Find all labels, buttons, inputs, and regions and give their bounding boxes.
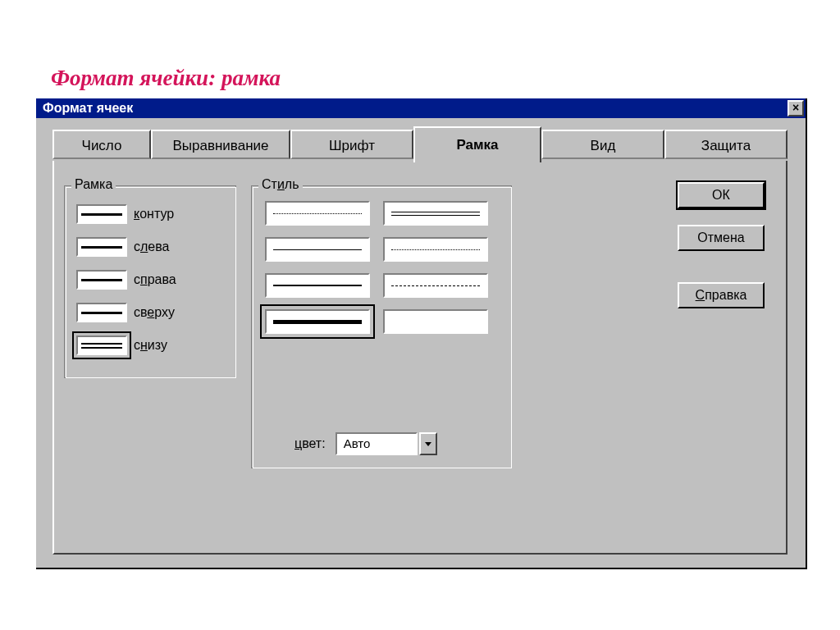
group-frame: Рамка контур слева справа сверху [64, 185, 236, 378]
line-style-icon [391, 285, 480, 286]
line-style-icon [391, 212, 480, 216]
format-cells-dialog: Формат ячеек × Число Выравнивание Шрифт … [36, 98, 807, 569]
border-bottom-label: снизу [134, 338, 167, 353]
tab-view[interactable]: Вид [541, 130, 664, 159]
line-style-icon [273, 213, 362, 214]
line-style-icon [273, 320, 362, 324]
style-grid [265, 201, 498, 345]
style-option-none[interactable] [383, 309, 488, 334]
svg-marker-0 [425, 442, 431, 446]
border-top-swatch [76, 303, 127, 322]
dialog-title: Формат ячеек [43, 101, 133, 116]
group-frame-title: Рамка [71, 177, 116, 192]
style-option-dotted-fine[interactable] [265, 201, 370, 226]
color-dropdown-value: Авто [336, 432, 418, 455]
border-left-swatch [76, 237, 127, 257]
border-left-row[interactable]: слева [76, 235, 169, 258]
group-style-title: Стиль [258, 177, 303, 192]
style-option-dotted-med[interactable] [383, 237, 488, 262]
tab-alignment[interactable]: Выравнивание [151, 130, 290, 159]
line-style-icon [273, 285, 362, 286]
style-option-double-thin[interactable] [383, 201, 488, 226]
tab-font[interactable]: Шрифт [290, 130, 413, 159]
group-style: Стиль цвет: Авто [251, 185, 512, 468]
tab-pane-border: Рамка контур слева справа сверху [52, 161, 788, 555]
help-button[interactable]: Справка [678, 282, 765, 308]
line-preview-icon [81, 312, 122, 314]
style-option-dashed[interactable] [383, 273, 488, 298]
border-bottom-swatch [76, 336, 127, 355]
border-outline-label: контур [134, 207, 174, 221]
titlebar: Формат ячеек × [36, 98, 806, 118]
color-label: цвет: [294, 436, 326, 451]
border-top-row[interactable]: сверху [76, 301, 175, 324]
dialog-client-area: Число Выравнивание Шрифт Рамка Вид Защит… [36, 118, 806, 568]
slide-caption: Формат ячейки: рамка [51, 66, 281, 91]
cancel-button[interactable]: Отмена [678, 225, 765, 251]
line-preview-icon [81, 213, 122, 216]
line-style-icon [391, 249, 480, 250]
chevron-down-icon [424, 440, 432, 448]
border-bottom-row[interactable]: снизу [76, 334, 167, 357]
close-icon: × [792, 101, 799, 114]
line-preview-icon [81, 246, 122, 249]
tab-number[interactable]: Число [52, 130, 151, 159]
color-dropdown[interactable]: Авто [336, 432, 437, 455]
style-option-solid-med[interactable] [265, 273, 370, 298]
tab-protection[interactable]: Защита [664, 130, 788, 159]
border-outline-swatch [76, 204, 127, 224]
close-button[interactable]: × [788, 100, 804, 116]
tab-border[interactable]: Рамка [413, 126, 541, 162]
tab-strip: Число Выравнивание Шрифт Рамка Вид Защит… [52, 130, 788, 161]
border-right-label: справа [134, 272, 176, 287]
border-top-label: сверху [134, 305, 175, 320]
border-right-row[interactable]: справа [76, 268, 176, 291]
ok-button[interactable]: ОК [678, 182, 765, 208]
line-style-icon [273, 249, 362, 250]
line-preview-icon [81, 343, 122, 349]
style-option-thick[interactable] [265, 309, 370, 334]
color-dropdown-button[interactable] [419, 432, 437, 455]
border-outline-row[interactable]: контур [76, 203, 174, 226]
color-row: цвет: Авто [294, 432, 437, 455]
border-left-label: слева [134, 240, 169, 254]
border-right-swatch [76, 270, 127, 290]
line-preview-icon [81, 279, 122, 281]
style-option-solid-thin[interactable] [265, 237, 370, 262]
